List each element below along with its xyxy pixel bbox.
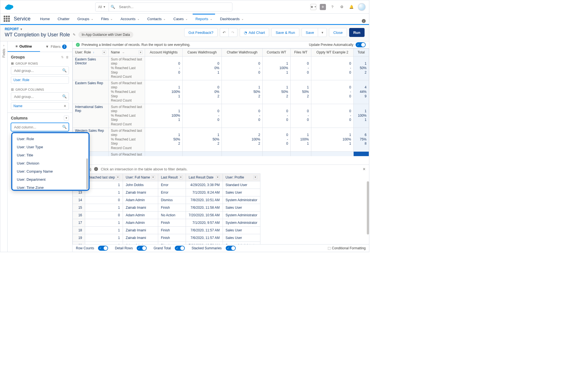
dropdown-item[interactable]: User: Company Name [12,167,88,175]
table-row[interactable]: 160Adam AdminNo Action7/20/2020, 10:56 A… [73,211,260,219]
table-cell[interactable]: 375%4 [222,151,263,156]
table-row[interactable]: 151Zainab ImamiFinish7/6/2020, 11:58 AMS… [73,204,260,211]
stacked-toggle[interactable] [226,246,236,251]
avatar[interactable] [358,3,366,11]
feedback-button[interactable]: Got Feedback? [184,28,218,37]
object-label[interactable]: REPORT▼ [5,27,133,31]
table-row[interactable]: 131Zainab ImamiError7/1/2020, 8:24 AMSal… [73,189,260,196]
table-cell[interactable]: 150%2 [353,56,369,80]
global-search[interactable]: All▼ 🔍 [95,3,232,11]
dropdown-item[interactable]: User: Title [12,151,88,159]
table-cell[interactable]: 0-0 [222,104,263,128]
run-button[interactable]: Run [349,28,365,37]
auto-preview-toggle[interactable] [356,42,366,47]
column-menu-icon[interactable]: ▼ [116,175,120,179]
table-cell[interactable]: 0-0 [290,56,311,80]
undo-button[interactable]: ↶ [220,28,229,37]
column-menu-icon[interactable]: ▼ [151,175,155,179]
table-cell[interactable]: 2100%2 [222,128,263,151]
table-cell[interactable]: Eastern Sales Director [73,56,109,80]
nav-item-files[interactable]: Files⌄ [98,15,115,23]
global-add-button[interactable]: + [320,4,326,10]
column-menu-icon[interactable]: ▼ [253,175,257,179]
save-run-button[interactable]: Save & Run [271,28,299,37]
column-menu-icon[interactable]: ▼ [179,175,183,179]
help-icon[interactable]: ? [329,4,335,10]
table-cell[interactable]: 00%2 [183,80,222,104]
nav-item-accounts[interactable]: Accounts⌄ [118,15,142,23]
table-row[interactable]: 140Adam AdminDismiss7/8/2020, 10:51 AMSy… [73,196,260,204]
table-cell[interactable]: 0-0 [263,128,291,151]
redo-button[interactable]: ↷ [228,28,237,37]
table-cell[interactable]: 1100%1 [353,104,369,128]
detail-rows-toggle[interactable] [137,246,147,251]
table-cell[interactable]: 444%9 [353,80,369,104]
scrollbar[interactable] [86,158,88,189]
dropdown-item[interactable]: User: User Type [12,143,88,151]
nav-item-contacts[interactable]: Contacts⌄ [144,15,168,23]
close-detail-icon[interactable]: ✕ [363,167,366,171]
column-menu-icon[interactable]: ▼ [102,50,106,54]
add-column-input[interactable] [11,123,69,131]
nav-item-groups[interactable]: Groups⌄ [74,15,96,23]
tab-filters[interactable]: ▼Filters2 [40,41,73,52]
table-cell[interactable]: 00%1 [183,56,222,80]
nav-item-home[interactable]: Home [37,15,53,23]
column-menu-icon[interactable]: ▼ [216,175,220,179]
table-cell[interactable]: 150%2 [145,128,183,151]
table-cell[interactable]: 150%2 [290,80,311,104]
save-menu-button[interactable]: ▼ [318,28,327,37]
table-row[interactable]: 171Adam AdminFinish7/1/2020, 9:57 AMSyst… [73,219,260,226]
table-cell[interactable]: 0-0 [183,104,222,128]
tab-outline[interactable]: ≡Outline [8,41,40,52]
delete-icon[interactable]: 🗑 [66,55,69,59]
search-input[interactable] [117,5,232,9]
nav-item-cases[interactable]: Cases⌄ [171,15,190,23]
fields-rail[interactable]: › Fields [0,41,8,252]
info-icon[interactable]: i [362,19,366,23]
dropdown-item[interactable]: User: Division [12,159,88,167]
table-cell[interactable]: 267%3 [263,151,291,156]
dropdown-item[interactable]: User: Role [12,135,88,143]
table-cell[interactable]: 150%2 [263,80,291,104]
table-cell[interactable]: 1100%1 [145,104,183,128]
edit-title-icon[interactable]: ✎ [73,33,76,37]
table-cell[interactable]: 0-0 [311,56,354,80]
table-cell[interactable]: 150%2 [183,128,222,151]
favorites-button[interactable]: ★▼ [310,4,316,10]
table-cell[interactable]: International Sales Rep [73,104,109,128]
columns-menu-button[interactable]: ▼ [64,116,69,121]
table-row[interactable]: 201Adam AdminDismiss7/20/2020, 10:56 AMS… [73,241,260,244]
group-col-pill[interactable]: Name✕ [11,102,69,110]
table-row[interactable]: 191Zainab ImamiFinish7/6/2020, 11:57 AMS… [73,234,260,241]
table-cell[interactable]: 0-0 [145,56,183,80]
table-row[interactable]: 181Zainab ImamiFinish7/6/2020, 11:57 AMS… [73,226,260,234]
table-cell[interactable]: 1260%20 [353,151,369,156]
search-scope-select[interactable]: All▼ [95,3,109,11]
remove-icon[interactable]: ✕ [64,104,66,108]
column-menu-icon[interactable]: ▼ [139,50,143,54]
notifications-bell-icon[interactable]: 🔔 [348,4,354,10]
table-cell[interactable]: 0-0 [222,56,263,80]
nav-item-chatter[interactable]: Chatter [55,15,73,23]
row-counts-toggle[interactable] [98,246,108,251]
table-cell[interactable]: 120%5 [183,151,222,156]
table-cell[interactable]: 0-0 [290,104,311,128]
table-cell[interactable]: 0-0 [263,104,291,128]
group-rows-input[interactable] [11,66,69,75]
table-cell[interactable]: 1100%1 [311,151,354,156]
conditional-formatting-button[interactable]: ⬚Conditional Formatting [328,246,366,250]
table-cell[interactable]: 1100%1 [311,128,354,151]
table-cell[interactable]: 267%3 [290,151,311,156]
nav-item-reports[interactable]: Reports⌄ [193,14,215,23]
table-cell[interactable]: 0-0 [311,104,354,128]
save-button[interactable]: Save [302,28,318,37]
swap-icon[interactable]: ⇅ [61,55,64,59]
dropdown-item[interactable]: User: Department [12,175,88,184]
app-launcher-icon[interactable] [4,16,10,22]
dropdown-item[interactable]: User: Time Zone [12,184,88,191]
table-cell[interactable]: Eastern Sales Rep [73,80,109,104]
group-row-pill[interactable]: User: Role [11,76,69,84]
group-cols-input[interactable] [11,92,69,101]
table-cell[interactable]: 1100%1 [290,128,311,151]
